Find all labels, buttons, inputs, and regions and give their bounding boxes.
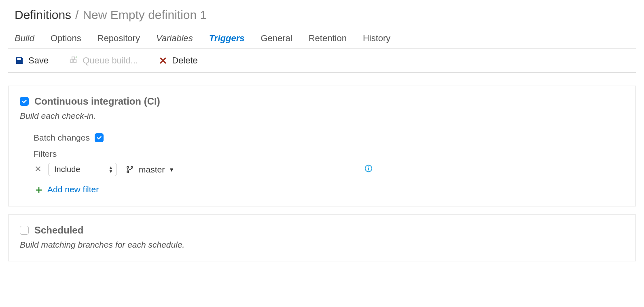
tab-variables[interactable]: Variables: [156, 33, 193, 44]
select-arrows-icon: ▲▼: [108, 166, 113, 173]
queue-build-button: + Queue build...: [69, 55, 138, 66]
tab-general[interactable]: General: [261, 33, 292, 44]
save-label: Save: [28, 55, 49, 66]
filter-mode-value: Include: [54, 165, 80, 174]
breadcrumb: Definitions / New Empty definition 1: [15, 8, 636, 22]
tab-triggers[interactable]: Triggers: [209, 33, 245, 44]
tabs: Build Options Repository Variables Trigg…: [8, 33, 636, 49]
svg-rect-3: [72, 57, 74, 59]
breadcrumb-current: New Empty definition 1: [83, 8, 207, 22]
filter-row: Include ▲▼ master ▼: [34, 163, 624, 176]
svg-rect-1: [70, 60, 73, 62]
ci-checkbox[interactable]: [20, 97, 29, 106]
delete-label: Delete: [172, 55, 198, 66]
svg-point-5: [127, 166, 129, 168]
breadcrumb-root[interactable]: Definitions: [15, 8, 71, 22]
tab-history[interactable]: History: [363, 33, 390, 44]
ci-panel: Continuous integration (CI) Build each c…: [8, 86, 636, 206]
toolbar: Save + Queue build... Delete: [8, 49, 636, 73]
batch-changes-checkbox[interactable]: [95, 133, 104, 142]
add-filter-label: Add new filter: [47, 185, 99, 194]
tab-retention[interactable]: Retention: [309, 33, 347, 44]
batch-changes-label: Batch changes: [34, 133, 90, 143]
tab-options[interactable]: Options: [51, 33, 81, 44]
svg-point-9: [368, 166, 369, 167]
remove-filter-icon[interactable]: [34, 165, 42, 174]
scheduled-checkbox[interactable]: [20, 226, 29, 235]
svg-rect-10: [368, 168, 369, 170]
branch-icon: [125, 165, 135, 175]
svg-text:+: +: [75, 56, 77, 59]
tab-repository[interactable]: Repository: [97, 33, 140, 44]
svg-point-7: [131, 166, 133, 168]
filter-mode-select[interactable]: Include ▲▼: [48, 163, 117, 176]
filters-label: Filters: [34, 149, 624, 159]
scheduled-desc: Build matching branches for each schedul…: [20, 240, 624, 250]
plus-icon: ＋: [34, 184, 44, 195]
delete-button[interactable]: Delete: [158, 55, 198, 66]
info-icon[interactable]: [364, 164, 373, 173]
caret-down-icon: ▼: [169, 166, 174, 173]
save-icon: [15, 56, 24, 65]
branch-picker[interactable]: master ▼: [125, 165, 174, 175]
delete-icon: [158, 56, 168, 65]
tab-build[interactable]: Build: [15, 33, 34, 44]
scheduled-panel: Scheduled Build matching branches for ea…: [8, 214, 636, 261]
breadcrumb-sep: /: [74, 8, 79, 22]
save-button[interactable]: Save: [15, 55, 49, 66]
add-filter-button[interactable]: ＋ Add new filter: [34, 184, 624, 195]
branch-name: master: [139, 165, 165, 175]
scheduled-title: Scheduled: [34, 225, 83, 236]
queue-label: Queue build...: [83, 55, 138, 66]
svg-point-6: [127, 171, 129, 172]
queue-icon: +: [69, 56, 78, 65]
ci-desc: Build each check-in.: [20, 111, 624, 121]
ci-title: Continuous integration (CI): [34, 96, 160, 107]
svg-rect-2: [74, 60, 76, 62]
svg-rect-0: [20, 58, 21, 60]
